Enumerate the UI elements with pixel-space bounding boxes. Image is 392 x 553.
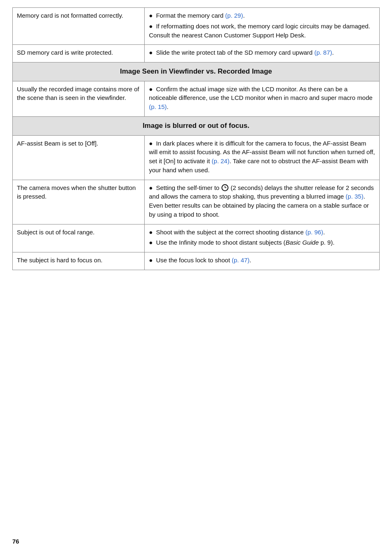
main-table: Memory card is not formatted correctly. … [12, 7, 380, 270]
section-header-text: Image Seen in Viewfinder vs. Recorded Im… [120, 67, 272, 75]
problem-cell: The camera moves when the shutter button… [13, 180, 145, 224]
problem-cell: Subject is out of focal range. [13, 224, 145, 252]
bullet-item: Setting the self-timer to (2 seconds) de… [149, 183, 375, 219]
bullet-text: Confirm the actual image size with the L… [149, 86, 372, 111]
table-row: The subject is hard to focus on. Use the… [13, 252, 380, 270]
bullet-text: Shoot with the subject at the correct sh… [156, 229, 325, 236]
problem-text: The subject is hard to focus on. [17, 257, 102, 264]
solution-cell: Use the focus lock to shoot (p. 47). [145, 252, 380, 270]
table-row: Usually the recorded image contains more… [13, 81, 380, 116]
section-header-row: Image Seen in Viewfinder vs. Recorded Im… [13, 62, 380, 81]
bullet-item: Format the memory card (p. 29). [149, 11, 375, 20]
bullet-item: In dark places where it is difficult for… [149, 139, 375, 175]
table-row: The camera moves when the shutter button… [13, 180, 380, 224]
problem-cell: The subject is hard to focus on. [13, 252, 145, 270]
problem-text: SD memory card is write protected. [17, 49, 113, 56]
problem-cell: Usually the recorded image contains more… [13, 81, 145, 116]
bullet-text: Slide the write protect tab of the SD me… [156, 49, 334, 56]
table-row: SD memory card is write protected. Slide… [13, 45, 380, 62]
problem-cell: Memory card is not formatted correctly. [13, 8, 145, 45]
bullet-text: Use the Infinity mode to shoot distant s… [156, 239, 334, 246]
solution-cell: Confirm the actual image size with the L… [145, 81, 380, 116]
solution-cell: In dark places where it is difficult for… [145, 135, 380, 180]
problem-cell: SD memory card is write protected. [13, 45, 145, 62]
self-timer-icon [221, 184, 228, 191]
page-link: (p. 24) [212, 157, 229, 164]
page: Memory card is not formatted correctly. … [0, 0, 392, 553]
bullet-text: Use the focus lock to shoot (p. 47). [156, 257, 251, 264]
bullet-item: Confirm the actual image size with the L… [149, 85, 375, 111]
section-header-row: Image is blurred or out of focus. [13, 116, 380, 135]
page-link: (p. 47) [232, 257, 249, 264]
bullet-text: Format the memory card (p. 29). [156, 12, 245, 19]
italic-text: Basic Guide [286, 239, 319, 246]
bullet-item: Shoot with the subject at the correct sh… [149, 228, 375, 237]
self-timer-svg [222, 185, 228, 190]
solution-cell: Format the memory card (p. 29). If refor… [145, 8, 380, 45]
solution-cell: Setting the self-timer to (2 seconds) de… [145, 180, 380, 224]
problem-text: AF-assist Beam is set to [Off]. [17, 140, 98, 147]
bullet-text: Setting the self-timer to (2 seconds) de… [149, 184, 374, 218]
problem-text: The camera moves when the shutter button… [17, 184, 136, 200]
page-link: (p. 15) [149, 103, 166, 110]
page-number: 76 [12, 538, 19, 545]
solution-cell: Slide the write protect tab of the SD me… [145, 45, 380, 62]
problem-text: Subject is out of focal range. [17, 229, 95, 236]
section-header-cell: Image is blurred or out of focus. [13, 116, 380, 135]
problem-text: Memory card is not formatted correctly. [17, 12, 123, 19]
bullet-item: Slide the write protect tab of the SD me… [149, 48, 375, 57]
bullet-text: In dark places where it is difficult for… [149, 140, 375, 174]
problem-text: Usually the recorded image contains more… [17, 86, 139, 102]
solution-cell: Shoot with the subject at the correct sh… [145, 224, 380, 252]
table-row: Subject is out of focal range. Shoot wit… [13, 224, 380, 252]
section-header-text: Image is blurred or out of focus. [143, 122, 249, 130]
bullet-text: If reformatting does not work, the memor… [149, 23, 370, 39]
page-link: (p. 96) [305, 229, 323, 236]
page-link: (p. 35) [346, 193, 363, 200]
table-row: AF-assist Beam is set to [Off]. In dark … [13, 135, 380, 180]
section-header-cell: Image Seen in Viewfinder vs. Recorded Im… [13, 62, 380, 81]
bullet-item: Use the Infinity mode to shoot distant s… [149, 238, 375, 247]
page-link: (p. 87) [314, 49, 332, 56]
page-link: (p. 29) [225, 12, 243, 19]
bullet-item: If reformatting does not work, the memor… [149, 22, 375, 40]
problem-cell: AF-assist Beam is set to [Off]. [13, 135, 145, 180]
table-row: Memory card is not formatted correctly. … [13, 8, 380, 45]
bullet-item: Use the focus lock to shoot (p. 47). [149, 256, 375, 265]
